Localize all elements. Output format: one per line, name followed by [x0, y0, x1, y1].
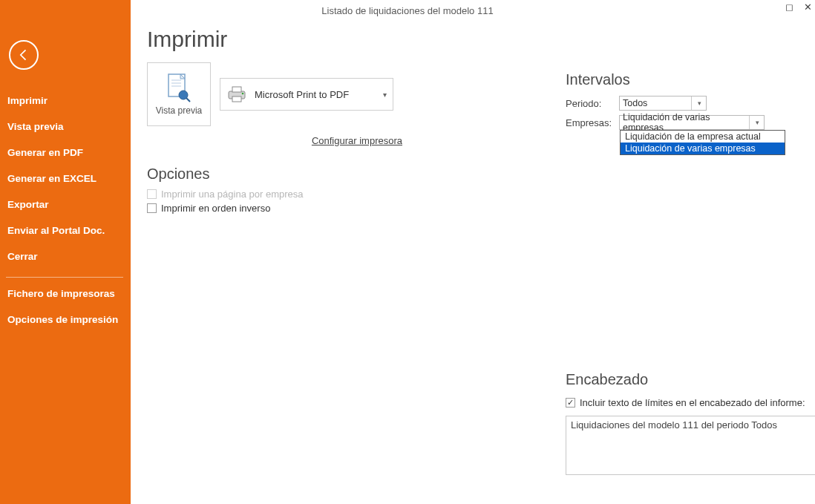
period-combo[interactable]: Todos ▾ [619, 96, 707, 111]
companies-option-current[interactable]: Liquidación de la empresa actual [621, 131, 785, 143]
include-limits-label: Incluir texto de límites en el encabezad… [580, 397, 805, 408]
arrow-left-icon [16, 48, 31, 62]
back-button[interactable] [9, 40, 39, 70]
printer-selector[interactable]: Microsoft Print to PDF ▾ [220, 78, 393, 111]
period-value: Todos [623, 98, 647, 108]
checkbox-one-per-company [147, 189, 157, 199]
options-heading: Opciones [147, 166, 414, 183]
printer-name: Microsoft Print to PDF [255, 89, 349, 100]
intervals-heading: Intervalos [566, 71, 815, 88]
checkbox-include-limits[interactable] [566, 398, 575, 408]
sidebar-item-print-options[interactable]: Opciones de impresión [0, 307, 131, 333]
svg-line-5 [186, 98, 190, 102]
close-button[interactable]: ✕ [804, 1, 812, 13]
header-text: Liquidaciones del modelo 111 del periodo… [571, 419, 777, 431]
maximize-button[interactable]: ◻ [785, 1, 793, 13]
svg-rect-7 [232, 87, 241, 92]
printer-icon [226, 85, 247, 103]
preview-button-label: Vista previa [156, 105, 202, 116]
header-heading: Encabezado [566, 371, 815, 388]
checkbox-reverse-order[interactable] [147, 203, 157, 213]
chevron-down-icon: ▾ [749, 116, 761, 129]
companies-option-multiple[interactable]: Liquidación de varias empresas [621, 143, 785, 154]
companies-dropdown[interactable]: Liquidación de la empresa actual Liquida… [620, 130, 785, 155]
sidebar-item-export[interactable]: Exportar [0, 192, 131, 217]
option-reverse-order[interactable]: Imprimir en orden inverso [147, 203, 414, 214]
sidebar-separator [6, 277, 123, 278]
chevron-down-icon: ▾ [383, 91, 387, 99]
sidebar-item-printers-file[interactable]: Fichero de impresoras [0, 281, 131, 307]
header-textarea[interactable]: Liquidaciones del modelo 111 del periodo… [566, 416, 815, 475]
include-limits-row[interactable]: Incluir texto de límites en el encabezad… [566, 397, 815, 408]
sidebar-item-preview[interactable]: Vista previa [0, 114, 131, 140]
option-one-per-company-label: Imprimir una página por empresa [161, 189, 303, 200]
sidebar-item-pdf[interactable]: Generar en PDF [0, 140, 131, 166]
svg-point-9 [242, 93, 244, 95]
period-label: Periodo: [566, 98, 613, 109]
svg-rect-8 [232, 96, 241, 102]
companies-combo[interactable]: Liquidación de varias empresas ▾ Liquida… [619, 115, 765, 130]
option-reverse-order-label: Imprimir en orden inverso [161, 203, 270, 214]
sidebar-item-print[interactable]: Imprimir [0, 88, 131, 114]
sidebar-item-portal[interactable]: Enviar al Portal Doc. [0, 217, 131, 243]
chevron-down-icon: ▾ [691, 96, 703, 110]
document-magnify-icon [166, 73, 192, 102]
sidebar-item-excel[interactable]: Generar en EXCEL [0, 166, 131, 192]
sidebar: Imprimir Vista previa Generar en PDF Gen… [0, 0, 131, 504]
configure-printer-link[interactable]: Configurar impresora [312, 135, 402, 146]
companies-label: Empresas: [566, 117, 613, 128]
option-one-per-company: Imprimir una página por empresa [147, 189, 414, 200]
sidebar-item-close[interactable]: Cerrar [0, 243, 131, 269]
preview-button[interactable]: Vista previa [147, 62, 211, 126]
